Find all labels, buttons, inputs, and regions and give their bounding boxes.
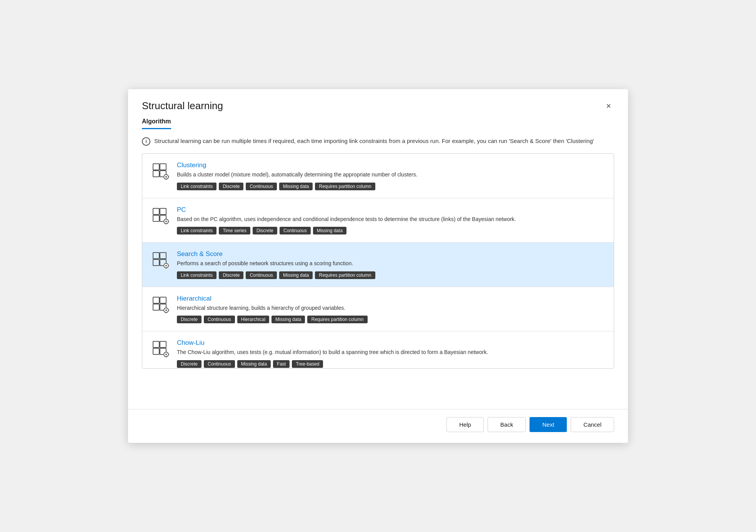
algorithm-name: Clustering	[177, 161, 604, 169]
algorithm-content: Chow-LiuThe Chow-Liu algorithm, uses tes…	[177, 339, 604, 368]
svg-rect-34	[153, 304, 159, 310]
algorithm-icon	[152, 207, 170, 225]
next-button[interactable]: Next	[530, 417, 567, 432]
tag: Link constraints	[177, 227, 216, 234]
structural-learning-dialog: Structural learning × Algorithm i Struct…	[128, 89, 628, 443]
help-button[interactable]: Help	[446, 417, 484, 432]
algorithm-content: HierarchicalHierarchical structure learn…	[177, 295, 604, 324]
algorithm-item[interactable]: PCBased on the PC algorithm, uses indepe…	[142, 198, 614, 243]
tag: Missing data	[279, 271, 313, 279]
dialog-footer: Help Back Next Cancel	[128, 409, 628, 443]
algorithm-description: Performs a search of possible network st…	[177, 260, 604, 268]
algorithm-description: Hierarchical structure learning, builds …	[177, 304, 604, 312]
svg-rect-44	[153, 341, 159, 347]
svg-rect-22	[153, 253, 159, 259]
tag: Time series	[219, 227, 250, 234]
tab-section: Algorithm	[142, 118, 614, 129]
tag: Discrete	[219, 271, 243, 279]
close-button[interactable]: ×	[603, 100, 614, 112]
algorithm-name: PC	[177, 206, 604, 214]
svg-point-50	[165, 354, 167, 355]
algorithm-icon	[152, 162, 170, 181]
algorithm-icon	[152, 296, 170, 314]
algorithm-description: Based on the PC algorithm, uses independ…	[177, 216, 604, 223]
svg-rect-1	[153, 171, 159, 177]
algorithm-list: ClusteringBuilds a cluster model (mixtur…	[142, 153, 614, 369]
svg-point-28	[165, 265, 167, 266]
back-button[interactable]: Back	[488, 417, 526, 432]
info-icon: i	[142, 137, 150, 146]
tag: Continuous	[204, 316, 235, 323]
info-banner: i Structural learning can be run multipl…	[142, 137, 614, 146]
algorithm-name: Search & Score	[177, 250, 604, 258]
info-text: Structural learning can be run multiple …	[154, 137, 594, 146]
tag: Hierarchical	[237, 316, 269, 323]
svg-rect-45	[153, 348, 159, 354]
tag: Continuous	[246, 271, 277, 279]
svg-rect-35	[160, 297, 166, 303]
tag: Discrete	[177, 360, 201, 368]
tab-algorithm[interactable]: Algorithm	[142, 118, 171, 129]
svg-point-39	[165, 309, 167, 311]
algorithm-tags: DiscreteContinuousHierarchicalMissing da…	[177, 316, 604, 323]
tag: Continuous	[246, 183, 277, 190]
algorithm-item[interactable]: HierarchicalHierarchical structure learn…	[142, 287, 614, 332]
svg-point-17	[165, 221, 167, 222]
algorithm-name: Chow-Liu	[177, 339, 604, 347]
tag: Link constraints	[177, 183, 216, 190]
algorithm-content: PCBased on the PC algorithm, uses indepe…	[177, 206, 604, 235]
algorithm-item[interactable]: Search & ScorePerforms a search of possi…	[142, 243, 614, 287]
svg-rect-0	[153, 164, 159, 170]
algorithm-content: Search & ScorePerforms a search of possi…	[177, 250, 604, 279]
tag: Continuous	[204, 360, 235, 368]
svg-rect-11	[153, 208, 159, 214]
tag: Continuous	[280, 227, 311, 234]
svg-rect-23	[153, 259, 159, 266]
tag: Requires partition column	[315, 183, 375, 190]
tag: Discrete	[177, 316, 201, 323]
cancel-button[interactable]: Cancel	[571, 417, 614, 432]
algorithm-tags: DiscreteContinuousMissing dataFastTree-b…	[177, 360, 604, 368]
algorithm-description: The Chow-Liu algorithm, uses tests (e.g.…	[177, 349, 604, 356]
tag: Tree-based	[292, 360, 323, 368]
algorithm-item[interactable]: ClusteringBuilds a cluster model (mixtur…	[142, 154, 614, 198]
svg-rect-46	[160, 341, 166, 347]
svg-rect-2	[160, 164, 166, 170]
dialog-title: Structural learning	[142, 100, 223, 112]
algorithm-name: Hierarchical	[177, 295, 604, 303]
tag: Missing data	[279, 183, 313, 190]
algorithm-description: Builds a cluster model (mixture model), …	[177, 171, 604, 179]
dialog-body: Algorithm i Structural learning can be r…	[128, 118, 628, 409]
dialog-header: Structural learning ×	[128, 89, 628, 118]
tag: Requires partition column	[307, 316, 367, 323]
tag: Discrete	[253, 227, 277, 234]
algorithm-item[interactable]: Chow-LiuThe Chow-Liu algorithm, uses tes…	[142, 331, 614, 369]
algorithm-icon	[152, 340, 170, 358]
tag: Missing data	[313, 227, 346, 234]
svg-rect-33	[153, 297, 159, 303]
tag: Requires partition column	[315, 271, 375, 279]
tag: Missing data	[237, 360, 271, 368]
tag: Discrete	[219, 183, 243, 190]
algorithm-tags: Link constraintsDiscreteContinuousMissin…	[177, 271, 604, 279]
svg-point-6	[165, 176, 167, 178]
algorithm-tags: Link constraintsTime seriesDiscreteConti…	[177, 227, 604, 234]
tag: Link constraints	[177, 271, 216, 279]
svg-rect-12	[153, 215, 159, 221]
algorithm-content: ClusteringBuilds a cluster model (mixtur…	[177, 161, 604, 190]
algorithm-tags: Link constraintsDiscreteContinuousMissin…	[177, 183, 604, 190]
svg-rect-13	[160, 208, 166, 214]
algorithm-icon	[152, 251, 170, 269]
tag: Fast	[273, 360, 290, 368]
svg-rect-24	[160, 253, 166, 259]
tag: Missing data	[271, 316, 305, 323]
